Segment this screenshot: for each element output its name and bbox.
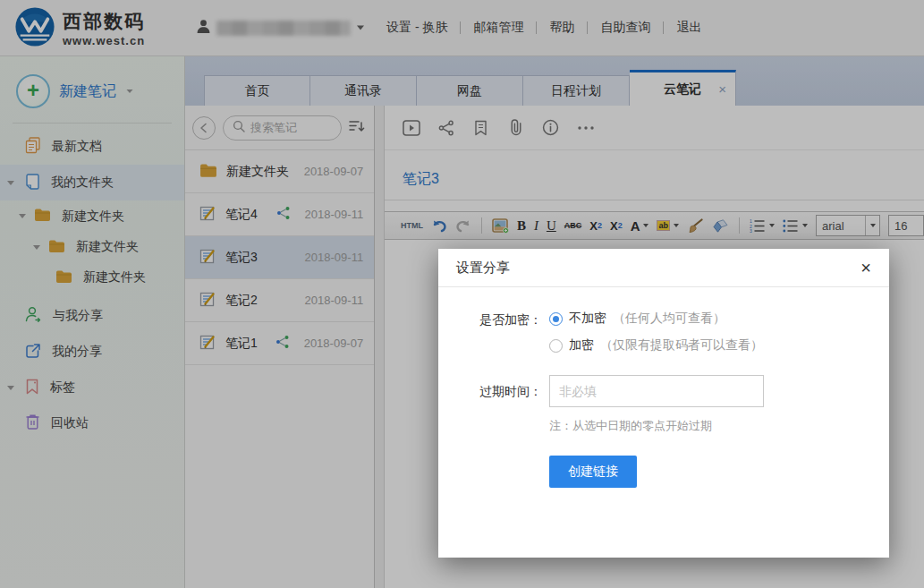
share-settings-dialog: 设置分享 × 是否加密： 不加密 （任何人均可查看） 加密 （仅限有提取码者可以…	[438, 249, 889, 558]
radio-no-encrypt[interactable]: 不加密 （任何人均可查看）	[549, 311, 763, 327]
radio-checked-icon[interactable]	[549, 312, 563, 326]
encrypt-row: 是否加密： 不加密 （任何人均可查看） 加密 （仅限有提取码者可以查看）	[438, 311, 889, 354]
create-link-button[interactable]: 创建链接	[549, 456, 637, 488]
dialog-header: 设置分享 ×	[438, 249, 889, 287]
expire-row: 过期时间：	[438, 375, 889, 407]
expire-date-input[interactable]	[549, 375, 764, 407]
radio-encrypt[interactable]: 加密 （仅限有提取码者可以查看）	[549, 337, 763, 354]
encrypt-label: 是否加密：	[438, 311, 542, 354]
close-icon[interactable]: ×	[860, 259, 871, 277]
encrypt-radio-group: 不加密 （任何人均可查看） 加密 （仅限有提取码者可以查看）	[549, 311, 763, 354]
expire-label: 过期时间：	[438, 382, 542, 400]
dialog-title: 设置分享	[456, 260, 510, 277]
expire-note: 注：从选中日期的零点开始过期	[549, 418, 889, 434]
radio-unchecked-icon[interactable]	[549, 339, 563, 353]
